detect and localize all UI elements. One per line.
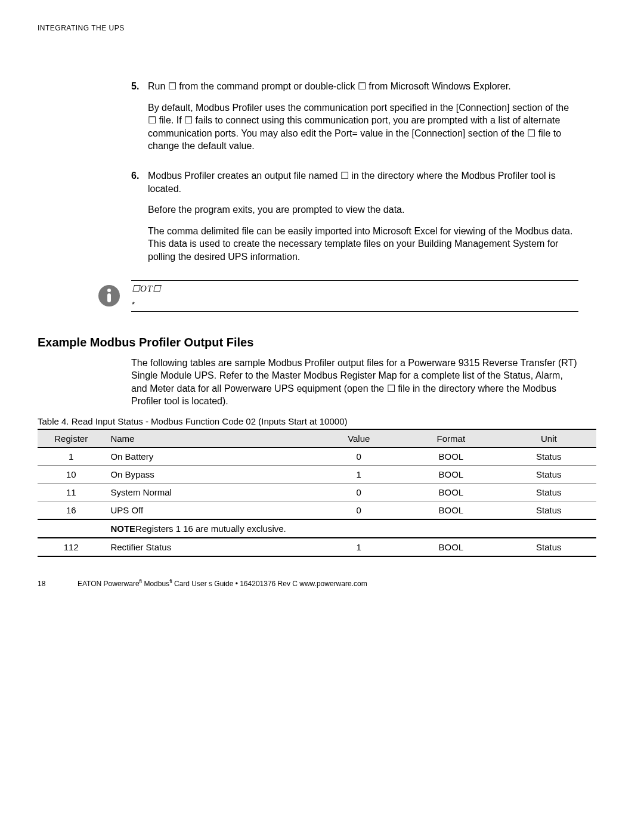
step-text: By default, Modbus Profiler uses the com… bbox=[148, 101, 578, 153]
footer-text-b: Modbus bbox=[142, 580, 169, 588]
numbered-steps: 5. Run ☐ from the command prompt or doub… bbox=[131, 80, 578, 272]
th-name: Name bbox=[104, 429, 317, 448]
table-row: 112 Rectifier Status 1 BOOL Status bbox=[38, 538, 596, 556]
cell-value: 0 bbox=[317, 501, 401, 519]
cell-unit: Status bbox=[501, 447, 596, 465]
note-label: NOTE bbox=[110, 524, 135, 534]
cell-register: 112 bbox=[38, 538, 104, 556]
cell-name: System Normal bbox=[104, 483, 317, 501]
table-row: 11 System Normal 0 BOOL Status bbox=[38, 483, 596, 501]
cell-unit: Status bbox=[501, 483, 596, 501]
cell-format: BOOL bbox=[401, 465, 501, 483]
step-6: 6. Modbus Profiler creates an output fil… bbox=[131, 169, 578, 272]
th-unit: Unit bbox=[501, 429, 596, 448]
step-text: The comma delimited file can be easily i… bbox=[148, 225, 578, 264]
cell-format: BOOL bbox=[401, 538, 501, 556]
cell-format: BOOL bbox=[401, 501, 501, 519]
table-note-row: NOTERegisters 1 16 are mutually exclusiv… bbox=[38, 519, 596, 538]
cell-format: BOOL bbox=[401, 447, 501, 465]
step-number: 5. bbox=[131, 80, 148, 161]
table-note-cell: NOTERegisters 1 16 are mutually exclusiv… bbox=[104, 519, 596, 538]
step-5: 5. Run ☐ from the command prompt or doub… bbox=[131, 80, 578, 161]
svg-rect-2 bbox=[107, 293, 111, 302]
th-value: Value bbox=[317, 429, 401, 448]
note-word: ☐OT☐ bbox=[132, 284, 161, 293]
table-row: 16 UPS Off 0 BOOL Status bbox=[38, 501, 596, 519]
divider bbox=[131, 311, 578, 312]
section-header: INTEGRATING THE UPS bbox=[38, 24, 596, 32]
th-register: Register bbox=[38, 429, 104, 448]
note-text: Registers 1 16 are mutually exclusive. bbox=[135, 524, 286, 534]
svg-point-1 bbox=[107, 289, 111, 292]
info-icon bbox=[97, 284, 121, 308]
cell-name: On Battery bbox=[104, 447, 317, 465]
note-asterisk: * bbox=[132, 300, 161, 309]
note-block: ☐OT☐ * bbox=[97, 280, 578, 312]
cell-name: UPS Off bbox=[104, 501, 317, 519]
step-text: Run ☐ from the command prompt or double-… bbox=[148, 80, 578, 93]
th-format: Format bbox=[401, 429, 501, 448]
section-title: Example Modbus Profiler Output Files bbox=[38, 336, 596, 349]
cell-name: On Bypass bbox=[104, 465, 317, 483]
cell-value: 1 bbox=[317, 465, 401, 483]
cell-value: 1 bbox=[317, 538, 401, 556]
cell-unit: Status bbox=[501, 465, 596, 483]
modbus-table: Register Name Value Format Unit 1 On Bat… bbox=[38, 429, 596, 557]
footer-text-c: Card User s Guide • 164201376 Rev C www.… bbox=[172, 580, 367, 588]
step-text: Modbus Profiler creates an output file n… bbox=[148, 169, 578, 195]
cell-register: 16 bbox=[38, 501, 104, 519]
cell-unit: Status bbox=[501, 501, 596, 519]
cell-register: 1 bbox=[38, 447, 104, 465]
cell-unit: Status bbox=[501, 538, 596, 556]
table-row: 10 On Bypass 1 BOOL Status bbox=[38, 465, 596, 483]
cell-name: Rectifier Status bbox=[104, 538, 317, 556]
table-header-row: Register Name Value Format Unit bbox=[38, 429, 596, 448]
table-row: 1 On Battery 0 BOOL Status bbox=[38, 447, 596, 465]
step-number: 6. bbox=[131, 169, 148, 272]
cell-register: 11 bbox=[38, 483, 104, 501]
step-text: Before the program exits, you are prompt… bbox=[148, 203, 578, 216]
cell-format: BOOL bbox=[401, 483, 501, 501]
cell-register: 10 bbox=[38, 465, 104, 483]
page-number: 18 bbox=[38, 580, 78, 588]
cell-value: 0 bbox=[317, 483, 401, 501]
cell-value: 0 bbox=[317, 447, 401, 465]
footer-text-a: EATON Powerware bbox=[78, 580, 140, 588]
page-footer: 18 EATON Powerwarefi Modbusfi Card User … bbox=[38, 578, 596, 588]
table-caption: Table 4. Read Input Status - Modbus Func… bbox=[38, 416, 596, 426]
section-paragraph: The following tables are sample Modbus P… bbox=[131, 357, 578, 408]
footer-text: EATON Powerwarefi Modbusfi Card User s G… bbox=[78, 578, 367, 588]
section-body: The following tables are sample Modbus P… bbox=[131, 357, 578, 408]
